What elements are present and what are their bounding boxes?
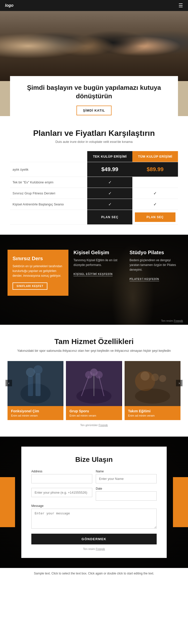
pricing-check2-col1: ✓ xyxy=(87,188,132,199)
svg-point-5 xyxy=(34,365,43,374)
pricing-check3-col2: ✓ xyxy=(132,199,178,210)
service-card-3: Takım Eğitimi Enim ad minim veram xyxy=(125,361,180,420)
dark-freepik-link[interactable]: Freepik xyxy=(174,319,183,322)
service-card-1: Fonksiyonel Çim Enim ad minim veram xyxy=(8,361,63,420)
svg-point-15 xyxy=(135,389,170,404)
date-group: Date xyxy=(96,487,157,501)
hero-heading: Şimdi başlayın ve bugün yapılamazı kutuy… xyxy=(20,84,168,101)
pricing-price2: $89.99 xyxy=(132,162,178,177)
dark-col2-btn[interactable]: KİŞİSEL EĞİTİMİ KEŞFEDİN xyxy=(73,273,113,276)
pricing-feature2: Sınırsız Grup Fitness Dersleri xyxy=(10,188,87,199)
contact-orange-left xyxy=(0,477,15,527)
pricing-feature1: Tek bir "Ev" Kulübüne erişim xyxy=(10,177,87,188)
carousel-prev-button[interactable]: ‹ xyxy=(6,380,12,386)
services-subtitle: Yakınızdaki bir spor salonunda ihtiyacın… xyxy=(8,348,180,354)
pricing-section: Planları ve Fiyatları Karşılaştırın Duis… xyxy=(0,116,188,235)
dark-content: Sınırsız Ders Sektörün en iyi yetenekler… xyxy=(0,235,188,325)
logo: logo xyxy=(5,3,14,8)
service-title-2: Grup Sporu xyxy=(69,409,118,413)
submit-button[interactable]: GÖNDERMEK xyxy=(31,534,157,544)
contact-form: Address Name Date Message xyxy=(31,470,157,529)
service-body-2: Enim ad minim veram xyxy=(69,414,118,417)
service-label-2: Grup Sporu Enim ad minim veram xyxy=(66,406,122,420)
dark-col1-title: Sınırsız Ders xyxy=(13,256,63,261)
svg-rect-2 xyxy=(28,376,33,396)
hero-content: Şimdi başlayın ve bugün yapılamazı kutuy… xyxy=(10,76,178,116)
message-input[interactable] xyxy=(31,509,157,529)
plan-select-col2[interactable]: PLAN SEÇ xyxy=(135,212,175,222)
hero-section: Şimdi başlayın ve bugün yapılamazı kutuy… xyxy=(0,11,188,116)
service-body-3: Enim ad minim veram xyxy=(128,414,177,417)
pricing-col2-header: TÜM KULÜP ERİŞİMİ xyxy=(132,151,178,162)
dark-col2-body: Tanınmış Kişisel Eğitim ile en üst düzey… xyxy=(73,258,124,267)
pricing-monthly-label: aylık üyelik xyxy=(10,162,87,177)
dark-features-section: Sınırsız Ders Sektörün en iyi yetenekler… xyxy=(0,235,188,325)
name-label: Name xyxy=(96,470,157,473)
hero-join-button[interactable]: ŞİMDİ KATIL xyxy=(76,106,112,115)
service-label-3: Takım Eğitimi Enim ad minim veram xyxy=(125,406,180,420)
date-input[interactable] xyxy=(96,491,157,501)
pricing-check3-col1: ✓ xyxy=(87,199,132,210)
svg-rect-3 xyxy=(36,374,41,396)
contact-orange-right xyxy=(173,477,188,527)
header: logo ☰ xyxy=(0,0,188,11)
pricing-check2-col2: ✓ xyxy=(132,188,178,199)
dark-col-personal: Kişisel Gelişim Tanınmış Kişisel Eğitim … xyxy=(73,250,124,276)
service-body-1: Enim ad minim veram xyxy=(11,414,60,417)
name-input[interactable] xyxy=(96,474,157,483)
service-img-1 xyxy=(8,361,63,406)
svg-point-18 xyxy=(151,374,159,381)
service-title-3: Takım Eğitimi xyxy=(128,409,177,413)
footer-note: Sample text. Click to select the text bo… xyxy=(0,568,188,579)
contact-heading: Bize Ulaşın xyxy=(31,456,157,464)
svg-point-19 xyxy=(159,375,166,382)
services-section: Tam Hizmet Özellikleri Yakınızdaki bir s… xyxy=(0,325,188,437)
contact-section: Bize Ulaşın Address Name Date Message xyxy=(0,437,188,568)
menu-icon[interactable]: ☰ xyxy=(178,3,183,9)
services-carousel: ‹ Fonksiyonel Çim Enim ad minim veram xyxy=(8,361,180,420)
contact-box: Bize Ulaşın Address Name Date Message xyxy=(21,447,167,558)
dark-col1-btn[interactable]: SINIFLARI KEŞFET xyxy=(13,282,47,290)
services-freepik-link[interactable]: Freepik xyxy=(99,424,108,427)
pricing-subtitle: Duis aute irure dolor in voluptate velit… xyxy=(10,140,178,144)
svg-point-13 xyxy=(95,371,103,379)
pricing-heading: Planları ve Fiyatları Karşılaştırın xyxy=(10,129,178,138)
dark-col1-body: Sektörün en iyi yetenekleri tarafından k… xyxy=(13,264,63,278)
name-group: Name xyxy=(96,470,157,483)
pricing-check1-col1: ✓ xyxy=(87,177,132,188)
plan-select-col1[interactable]: PLAN SEÇ xyxy=(90,212,130,222)
address-input[interactable] xyxy=(31,474,92,483)
pricing-table: TEK KULÜP ERİŞİMİ TÜM KULÜP ERİŞİMİ aylı… xyxy=(10,151,178,225)
hero-image xyxy=(0,11,188,81)
address-label: Address xyxy=(31,470,92,473)
dark-col-pilates: Stüdyo Pilates Bedeni güçlendiren ve den… xyxy=(130,250,180,281)
carousel-next-button[interactable]: › xyxy=(176,380,182,386)
pricing-col1-header: TEK KULÜP ERİŞİMİ xyxy=(87,151,132,162)
contact-freepik-link[interactable]: Freepik xyxy=(96,547,105,550)
dark-credit: Ten resim Freepik xyxy=(161,319,183,322)
services-credit: Ten görüntüler Freepik xyxy=(8,424,180,427)
phone-group xyxy=(31,487,92,501)
phone-input[interactable] xyxy=(31,488,92,497)
service-title-1: Fonksiyonel Çim xyxy=(11,409,60,413)
dark-col2-title: Kişisel Gelişim xyxy=(73,250,124,255)
date-label: Date xyxy=(96,487,157,490)
service-label-1: Fonksiyonel Çim Enim ad minim veram xyxy=(8,406,63,420)
dark-col3-btn[interactable]: PİLATES'İ KEŞFEDİN xyxy=(130,278,159,281)
pricing-price1: $49.99 xyxy=(87,162,132,177)
dark-col3-title: Stüdyo Pilates xyxy=(130,250,180,255)
message-group: Message xyxy=(31,504,157,529)
message-label: Message xyxy=(31,504,157,508)
dark-col-unlimited: Sınırsız Ders Sektörün en iyi yetenekler… xyxy=(8,250,68,296)
address-group: Address xyxy=(31,470,92,483)
pricing-feature3: Kişisel Antrenörle Başlangıç Seansı xyxy=(10,199,87,210)
contact-credit: Ten resim Freepik xyxy=(31,547,157,550)
dark-col3-body: Bedeni güçlendiren ve dengeyi yaratan ta… xyxy=(130,258,180,272)
services-heading: Tam Hizmet Özellikleri xyxy=(8,337,180,346)
service-img-2 xyxy=(66,361,122,406)
service-card-2: Grup Sporu Enim ad minim veram xyxy=(66,361,122,420)
service-img-3 xyxy=(125,361,180,406)
services-grid: Fonksiyonel Çim Enim ad minim veram xyxy=(8,361,180,420)
svg-point-17 xyxy=(140,372,149,381)
pricing-check1-col2 xyxy=(132,177,178,188)
